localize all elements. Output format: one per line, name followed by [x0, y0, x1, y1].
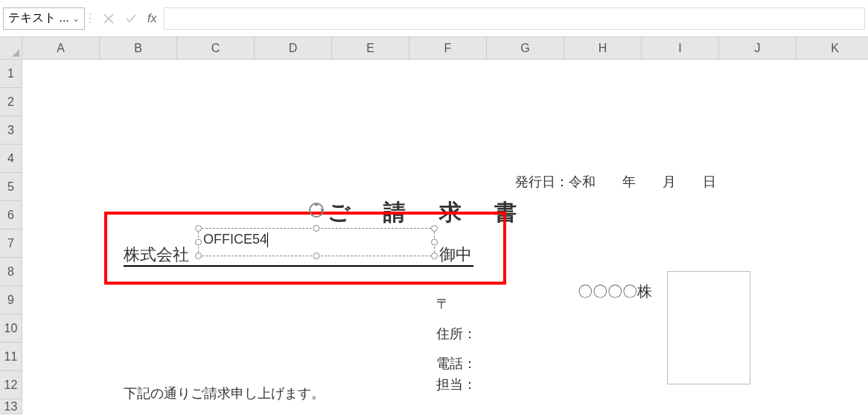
col-header[interactable]: C — [177, 37, 255, 59]
fx-icon[interactable]: fx — [147, 12, 156, 25]
textbox-text: OFFICE54 — [203, 232, 267, 247]
resize-handle[interactable] — [431, 253, 438, 259]
row-header[interactable]: 1 — [0, 60, 22, 88]
textbox-content[interactable]: OFFICE54 — [199, 229, 434, 250]
company-prefix: 株式会社 — [124, 244, 189, 266]
name-box[interactable]: テキスト ... ⌄ — [3, 7, 85, 30]
col-header[interactable]: E — [332, 37, 409, 59]
recipient-underline — [124, 265, 473, 267]
resize-handle[interactable] — [431, 239, 438, 246]
chevron-down-icon: ⌄ — [72, 13, 80, 24]
col-header[interactable]: F — [409, 37, 487, 59]
row-header[interactable]: 2 — [0, 88, 22, 116]
resize-handle[interactable] — [195, 225, 202, 232]
col-header[interactable]: H — [564, 37, 642, 59]
row-headers: 1 2 3 4 5 6 7 8 9 10 11 12 13 — [0, 60, 22, 414]
phone-label: 電話： — [436, 355, 476, 373]
formula-bar: テキスト ... ⌄ ⋮ fx — [0, 0, 868, 37]
resize-handle[interactable] — [195, 253, 202, 259]
resize-handle[interactable] — [431, 225, 438, 232]
text-cursor — [267, 232, 268, 247]
formula-buttons: fx — [98, 8, 161, 29]
row-header[interactable]: 9 — [0, 286, 22, 314]
resize-handle[interactable] — [313, 225, 320, 232]
row-header[interactable]: 12 — [0, 371, 22, 399]
postal-label: 〒 — [436, 295, 450, 313]
name-box-value: テキスト ... — [8, 10, 69, 26]
col-header[interactable]: I — [642, 37, 719, 59]
col-header[interactable]: A — [22, 37, 100, 59]
issue-date: 発行日：令和 年 月 日 — [515, 173, 716, 191]
col-header[interactable]: B — [100, 37, 177, 59]
resize-handle[interactable] — [313, 253, 320, 259]
rotate-handle-icon[interactable] — [305, 199, 328, 221]
col-header[interactable]: G — [487, 37, 564, 59]
sheet-area: 1 2 3 4 5 6 7 8 9 10 11 12 13 A B C D E … — [0, 37, 868, 415]
confirm-icon[interactable] — [121, 8, 141, 29]
your-company: 〇〇〇〇株 — [578, 282, 652, 302]
row-header[interactable]: 10 — [0, 314, 22, 343]
row-header[interactable]: 8 — [0, 258, 22, 286]
col-header[interactable]: K — [797, 37, 868, 59]
col-header[interactable]: D — [255, 37, 332, 59]
intro-text: 下記の通りご請求申し上げます。 — [124, 384, 325, 402]
row-header[interactable]: 6 — [0, 201, 22, 229]
document-title: ご 請 求 書 — [328, 201, 530, 224]
select-all-button[interactable] — [0, 37, 22, 60]
row-header[interactable]: 3 — [0, 116, 22, 145]
person-label: 担当： — [436, 376, 476, 393]
row-header[interactable]: 11 — [0, 343, 22, 371]
company-suffix: 御中 — [439, 244, 472, 266]
address-label: 住所： — [436, 325, 476, 343]
stamp-placeholder — [667, 271, 750, 384]
divider: ⋮ — [86, 11, 94, 25]
column-headers: A B C D E F G H I J K — [22, 37, 868, 60]
row-header[interactable]: 7 — [0, 229, 22, 258]
formula-input[interactable] — [164, 7, 865, 30]
cancel-icon[interactable] — [98, 8, 119, 29]
resize-handle[interactable] — [195, 239, 202, 246]
row-header[interactable]: 13 — [0, 399, 22, 414]
row-header[interactable]: 4 — [0, 145, 22, 173]
row-header[interactable]: 5 — [0, 173, 22, 201]
textbox-selected[interactable]: OFFICE54 — [198, 228, 435, 256]
col-header[interactable]: J — [719, 37, 797, 59]
